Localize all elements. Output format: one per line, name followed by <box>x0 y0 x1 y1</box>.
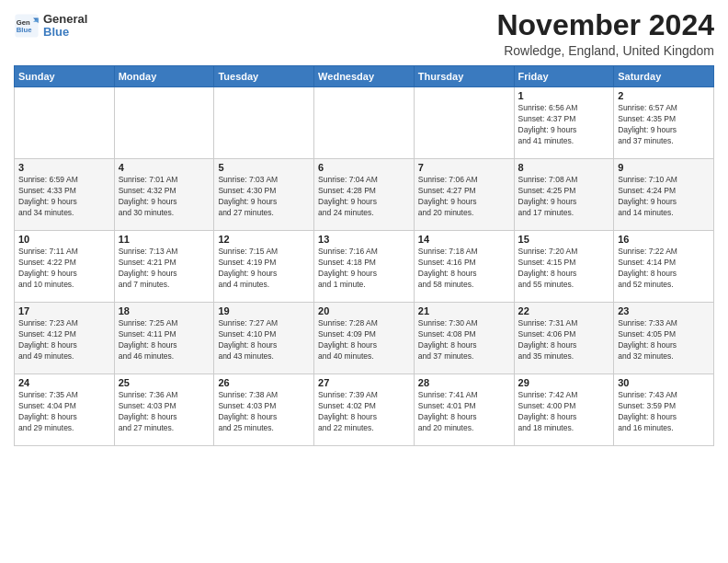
calendar-table: Sunday Monday Tuesday Wednesday Thursday… <box>14 65 714 446</box>
day-number: 28 <box>418 377 510 388</box>
table-row: 28Sunrise: 7:41 AM Sunset: 4:01 PM Dayli… <box>414 374 514 446</box>
table-row: 22Sunrise: 7:31 AM Sunset: 4:06 PM Dayli… <box>514 303 614 374</box>
table-row: 1Sunrise: 6:56 AM Sunset: 4:37 PM Daylig… <box>514 87 614 159</box>
table-row: 27Sunrise: 7:39 AM Sunset: 4:02 PM Dayli… <box>314 374 415 446</box>
day-number: 3 <box>18 162 110 173</box>
day-info: Sunrise: 7:31 AM Sunset: 4:06 PM Dayligh… <box>518 318 610 362</box>
table-row: 10Sunrise: 7:11 AM Sunset: 4:22 PM Dayli… <box>15 231 115 303</box>
day-number: 22 <box>518 305 610 316</box>
day-number: 18 <box>119 305 210 316</box>
day-info: Sunrise: 7:01 AM Sunset: 4:32 PM Dayligh… <box>119 175 210 219</box>
table-row: 13Sunrise: 7:16 AM Sunset: 4:18 PM Dayli… <box>314 231 415 303</box>
col-monday: Monday <box>114 66 214 87</box>
day-info: Sunrise: 7:36 AM Sunset: 4:03 PM Dayligh… <box>119 390 210 434</box>
day-info: Sunrise: 6:59 AM Sunset: 4:33 PM Dayligh… <box>18 175 110 219</box>
col-tuesday: Tuesday <box>214 66 314 87</box>
day-number: 6 <box>318 162 410 173</box>
day-number: 27 <box>318 377 410 388</box>
day-number: 15 <box>518 234 610 245</box>
table-row <box>414 87 514 159</box>
day-info: Sunrise: 7:38 AM Sunset: 4:03 PM Dayligh… <box>218 390 310 434</box>
col-wednesday: Wednesday <box>314 66 415 87</box>
day-info: Sunrise: 6:56 AM Sunset: 4:37 PM Dayligh… <box>518 103 610 147</box>
day-number: 13 <box>318 234 410 245</box>
day-number: 21 <box>418 305 510 316</box>
table-row: 15Sunrise: 7:20 AM Sunset: 4:15 PM Dayli… <box>514 231 614 303</box>
day-info: Sunrise: 7:35 AM Sunset: 4:04 PM Dayligh… <box>18 390 110 434</box>
table-row: 21Sunrise: 7:30 AM Sunset: 4:08 PM Dayli… <box>414 303 514 374</box>
day-number: 2 <box>618 90 710 101</box>
table-row: 5Sunrise: 7:03 AM Sunset: 4:30 PM Daylig… <box>214 159 314 231</box>
svg-text:Blue: Blue <box>17 26 32 34</box>
day-number: 26 <box>218 377 310 388</box>
col-friday: Friday <box>514 66 614 87</box>
day-info: Sunrise: 7:08 AM Sunset: 4:25 PM Dayligh… <box>518 175 610 219</box>
calendar-week-row: 1Sunrise: 6:56 AM Sunset: 4:37 PM Daylig… <box>15 87 714 159</box>
calendar-week-row: 17Sunrise: 7:23 AM Sunset: 4:12 PM Dayli… <box>15 303 714 374</box>
table-row: 12Sunrise: 7:15 AM Sunset: 4:19 PM Dayli… <box>214 231 314 303</box>
day-info: Sunrise: 7:04 AM Sunset: 4:28 PM Dayligh… <box>318 175 410 219</box>
table-row <box>314 87 415 159</box>
day-info: Sunrise: 7:20 AM Sunset: 4:15 PM Dayligh… <box>518 247 610 291</box>
day-info: Sunrise: 7:41 AM Sunset: 4:01 PM Dayligh… <box>418 390 510 434</box>
day-info: Sunrise: 7:06 AM Sunset: 4:27 PM Dayligh… <box>418 175 510 219</box>
table-row: 19Sunrise: 7:27 AM Sunset: 4:10 PM Dayli… <box>214 303 314 374</box>
header: Gen Blue General Blue November 2024 Rowl… <box>14 9 714 58</box>
table-row: 11Sunrise: 7:13 AM Sunset: 4:21 PM Dayli… <box>114 231 214 303</box>
day-info: Sunrise: 7:43 AM Sunset: 3:59 PM Dayligh… <box>618 390 710 434</box>
calendar-header-row: Sunday Monday Tuesday Wednesday Thursday… <box>15 66 714 87</box>
table-row: 6Sunrise: 7:04 AM Sunset: 4:28 PM Daylig… <box>314 159 415 231</box>
logo-general-text: General <box>43 13 87 26</box>
day-number: 10 <box>18 234 110 245</box>
day-info: Sunrise: 7:42 AM Sunset: 4:00 PM Dayligh… <box>518 390 610 434</box>
day-info: Sunrise: 7:33 AM Sunset: 4:05 PM Dayligh… <box>618 318 710 362</box>
day-number: 17 <box>18 305 110 316</box>
logo-blue-text: Blue <box>43 26 87 39</box>
month-title: November 2024 <box>496 9 714 41</box>
table-row: 16Sunrise: 7:22 AM Sunset: 4:14 PM Dayli… <box>614 231 714 303</box>
table-row: 4Sunrise: 7:01 AM Sunset: 4:32 PM Daylig… <box>114 159 214 231</box>
table-row: 20Sunrise: 7:28 AM Sunset: 4:09 PM Dayli… <box>314 303 415 374</box>
table-row: 23Sunrise: 7:33 AM Sunset: 4:05 PM Dayli… <box>614 303 714 374</box>
table-row <box>114 87 214 159</box>
col-saturday: Saturday <box>614 66 714 87</box>
day-number: 11 <box>119 234 210 245</box>
page: Gen Blue General Blue November 2024 Rowl… <box>0 0 728 563</box>
col-thursday: Thursday <box>414 66 514 87</box>
location-subtitle: Rowledge, England, United Kingdom <box>496 43 714 58</box>
table-row: 25Sunrise: 7:36 AM Sunset: 4:03 PM Dayli… <box>114 374 214 446</box>
day-number: 19 <box>218 305 310 316</box>
table-row <box>15 87 115 159</box>
day-number: 7 <box>418 162 510 173</box>
calendar-week-row: 3Sunrise: 6:59 AM Sunset: 4:33 PM Daylig… <box>15 159 714 231</box>
day-info: Sunrise: 7:25 AM Sunset: 4:11 PM Dayligh… <box>119 318 210 362</box>
table-row: 17Sunrise: 7:23 AM Sunset: 4:12 PM Dayli… <box>15 303 115 374</box>
day-info: Sunrise: 7:39 AM Sunset: 4:02 PM Dayligh… <box>318 390 410 434</box>
day-info: Sunrise: 7:22 AM Sunset: 4:14 PM Dayligh… <box>618 247 710 291</box>
logo-text: General Blue <box>43 13 87 40</box>
day-number: 24 <box>18 377 110 388</box>
col-sunday: Sunday <box>15 66 115 87</box>
table-row: 29Sunrise: 7:42 AM Sunset: 4:00 PM Dayli… <box>514 374 614 446</box>
table-row: 3Sunrise: 6:59 AM Sunset: 4:33 PM Daylig… <box>15 159 115 231</box>
title-block: November 2024 Rowledge, England, United … <box>496 9 714 58</box>
table-row: 18Sunrise: 7:25 AM Sunset: 4:11 PM Dayli… <box>114 303 214 374</box>
day-number: 20 <box>318 305 410 316</box>
logo-icon: Gen Blue <box>14 13 40 39</box>
day-info: Sunrise: 7:18 AM Sunset: 4:16 PM Dayligh… <box>418 247 510 291</box>
table-row: 2Sunrise: 6:57 AM Sunset: 4:35 PM Daylig… <box>614 87 714 159</box>
day-info: Sunrise: 7:16 AM Sunset: 4:18 PM Dayligh… <box>318 247 410 291</box>
day-number: 30 <box>618 377 710 388</box>
table-row: 30Sunrise: 7:43 AM Sunset: 3:59 PM Dayli… <box>614 374 714 446</box>
day-number: 23 <box>618 305 710 316</box>
table-row: 24Sunrise: 7:35 AM Sunset: 4:04 PM Dayli… <box>15 374 115 446</box>
day-info: Sunrise: 7:13 AM Sunset: 4:21 PM Dayligh… <box>119 247 210 291</box>
day-info: Sunrise: 7:15 AM Sunset: 4:19 PM Dayligh… <box>218 247 310 291</box>
day-number: 1 <box>518 90 610 101</box>
day-number: 8 <box>518 162 610 173</box>
table-row: 14Sunrise: 7:18 AM Sunset: 4:16 PM Dayli… <box>414 231 514 303</box>
day-number: 12 <box>218 234 310 245</box>
day-number: 4 <box>119 162 210 173</box>
day-info: Sunrise: 7:10 AM Sunset: 4:24 PM Dayligh… <box>618 175 710 219</box>
day-number: 16 <box>618 234 710 245</box>
